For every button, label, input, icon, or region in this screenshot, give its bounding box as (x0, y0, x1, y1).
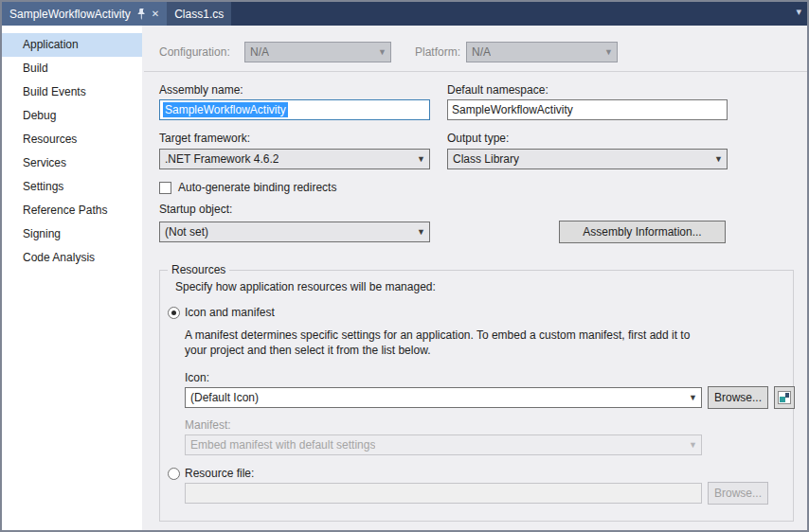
sidebar-item-code-analysis[interactable]: Code Analysis (2, 246, 142, 270)
manifest-help-text: A manifest determines specific settings … (185, 328, 708, 358)
header-separator (144, 71, 807, 72)
startup-object-label: Startup object: (159, 203, 232, 216)
sidebar-item-debug[interactable]: Debug (2, 104, 142, 128)
startup-object-value: (Not set) (165, 225, 208, 239)
chevron-down-icon: ▼ (601, 47, 617, 57)
icon-and-manifest-label: Icon and manifest (185, 306, 275, 319)
chevron-down-icon: ▼ (413, 227, 429, 237)
sidebar-item-services[interactable]: Services (2, 151, 142, 175)
resources-description: Specify how application resources will b… (175, 280, 436, 293)
configuration-dropdown: N/A ▼ (244, 42, 391, 62)
chevron-down-icon: ▼ (374, 47, 390, 57)
tab-sampleworkflowactivity[interactable]: SampleWorkflowActivity ✕ (2, 2, 167, 26)
resource-file-input (185, 483, 702, 504)
icon-browse-button[interactable]: Browse... (708, 386, 768, 409)
project-properties-window: SampleWorkflowActivity ✕ Class1.cs ▾ App… (0, 0, 809, 532)
configuration-label: Configuration: (159, 45, 230, 59)
manifest-value: Embed manifest with default settings (190, 438, 375, 452)
resource-file-browse-button: Browse... (708, 482, 768, 505)
default-namespace-label: Default namespace: (447, 83, 548, 97)
sidebar-item-build-events[interactable]: Build Events (2, 80, 142, 104)
startup-object-dropdown[interactable]: (Not set) ▼ (159, 222, 430, 242)
assembly-information-button[interactable]: Assembly Information... (559, 221, 726, 243)
document-tab-bar: SampleWorkflowActivity ✕ Class1.cs ▾ (2, 2, 807, 26)
sidebar-item-resources[interactable]: Resources (2, 128, 142, 151)
chevron-down-icon: ▼ (413, 154, 429, 164)
platform-label: Platform: (415, 45, 460, 59)
sidebar-item-settings[interactable]: Settings (2, 175, 142, 199)
assembly-name-input[interactable]: SampleWorkflowActivity (159, 99, 430, 120)
chevron-down-icon: ▼ (685, 393, 701, 402)
assembly-name-selected-text: SampleWorkflowActivity (163, 102, 288, 117)
icon-and-manifest-radio[interactable] (168, 307, 180, 319)
output-type-value: Class Library (453, 152, 519, 166)
sidebar-item-build[interactable]: Build (2, 57, 142, 80)
sidebar-item-signing[interactable]: Signing (2, 222, 142, 246)
resource-file-label: Resource file: (185, 467, 254, 480)
platform-dropdown: N/A ▼ (466, 42, 618, 62)
output-type-label: Output type: (447, 132, 509, 145)
output-type-dropdown[interactable]: Class Library ▼ (447, 149, 728, 169)
chevron-down-icon: ▼ (685, 440, 701, 450)
tab-label: SampleWorkflowActivity (9, 8, 131, 21)
default-namespace-input[interactable] (447, 99, 728, 120)
manifest-label: Manifest: (185, 418, 231, 432)
icon-label: Icon: (185, 371, 209, 384)
pin-icon[interactable] (136, 9, 146, 20)
close-icon[interactable]: ✕ (152, 9, 159, 19)
sidebar: Application Build Build Events Debug Res… (2, 26, 142, 530)
configuration-value: N/A (250, 45, 269, 59)
tab-label: Class1.cs (174, 8, 224, 21)
sidebar-item-application[interactable]: Application (2, 33, 142, 57)
resources-group-title: Resources (168, 263, 229, 276)
manifest-dropdown: Embed manifest with default settings ▼ (185, 434, 702, 455)
platform-value: N/A (472, 45, 491, 59)
chevron-down-icon: ▼ (710, 154, 727, 164)
auto-generate-binding-redirects-label: Auto-generate binding redirects (178, 181, 336, 194)
tab-class1[interactable]: Class1.cs (167, 2, 231, 26)
target-framework-value: .NET Framework 4.6.2 (165, 152, 279, 166)
target-framework-dropdown[interactable]: .NET Framework 4.6.2 ▼ (159, 149, 430, 169)
assembly-name-label: Assembly name: (159, 83, 243, 97)
sidebar-item-reference-paths[interactable]: Reference Paths (2, 199, 142, 222)
auto-generate-binding-redirects-checkbox[interactable] (159, 182, 171, 194)
icon-value: (Default Icon) (190, 391, 259, 404)
tab-list-chevron-icon[interactable]: ▾ (796, 6, 801, 18)
resources-group: Resources Specify how application resour… (159, 270, 794, 522)
icon-preview-button[interactable] (774, 386, 795, 409)
resource-file-radio[interactable] (168, 468, 180, 480)
image-icon (778, 391, 791, 404)
icon-dropdown[interactable]: (Default Icon) ▼ (185, 387, 702, 408)
target-framework-label: Target framework: (159, 132, 250, 145)
